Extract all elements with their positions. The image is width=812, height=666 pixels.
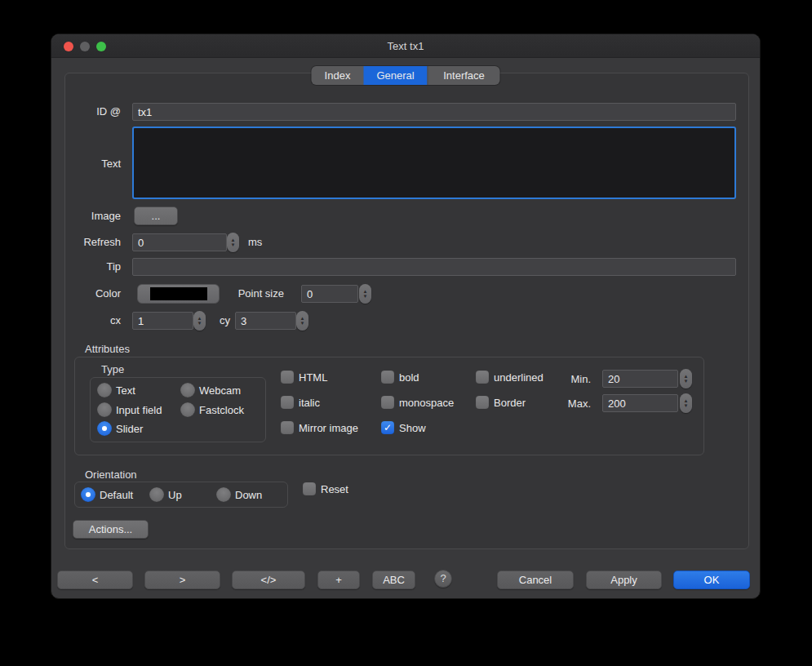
checkbox-icon: ✓ bbox=[303, 482, 316, 495]
code-button[interactable]: </> bbox=[232, 571, 305, 589]
checkbox-checked-icon: ✓ bbox=[381, 421, 394, 434]
image-browse-button[interactable]: ... bbox=[134, 206, 178, 225]
radio-orientation-up[interactable]: Up bbox=[149, 487, 182, 502]
radio-icon bbox=[149, 487, 164, 502]
radio-orientation-down[interactable]: Down bbox=[216, 487, 262, 502]
cancel-button[interactable]: Cancel bbox=[497, 571, 574, 589]
checkbox-icon: ✓ bbox=[476, 371, 489, 384]
text-area[interactable] bbox=[132, 127, 736, 199]
prev-button[interactable]: < bbox=[57, 571, 133, 589]
apply-button[interactable]: Apply bbox=[586, 571, 662, 589]
point-size-label: Point size bbox=[225, 285, 284, 303]
actions-button[interactable]: Actions... bbox=[73, 520, 149, 539]
radio-icon bbox=[180, 402, 195, 417]
cx-label: cx bbox=[51, 312, 121, 330]
radio-icon bbox=[97, 383, 112, 397]
attributes-group-label: Attributes bbox=[85, 343, 130, 355]
refresh-input[interactable] bbox=[132, 233, 227, 251]
stepper-down-icon: ▼ bbox=[684, 379, 689, 384]
color-picker-button[interactable] bbox=[137, 284, 220, 304]
checkbox-icon: ✓ bbox=[381, 371, 394, 384]
stepper-down-icon: ▼ bbox=[231, 242, 236, 247]
stepper-down-icon: ▼ bbox=[363, 294, 368, 299]
tip-input[interactable] bbox=[132, 258, 736, 276]
image-label: Image bbox=[51, 206, 121, 225]
tab-interface[interactable]: Interface bbox=[428, 66, 500, 85]
radio-icon bbox=[180, 383, 195, 397]
min-stepper[interactable]: ▲ ▼ bbox=[680, 369, 692, 388]
stepper-down-icon: ▼ bbox=[300, 321, 305, 326]
stepper-down-icon: ▼ bbox=[197, 321, 202, 326]
dialog-window: Text tx1 Index General Interface ID @ Te… bbox=[51, 33, 761, 599]
id-label: ID @ bbox=[51, 103, 121, 121]
checkbox-italic[interactable]: ✓ italic bbox=[281, 396, 320, 409]
orientation-group-label: Orientation bbox=[85, 468, 137, 481]
radio-icon bbox=[97, 402, 112, 417]
radio-selected-icon bbox=[97, 421, 112, 436]
radio-type-webcam[interactable]: Webcam bbox=[180, 383, 241, 397]
cy-input[interactable] bbox=[235, 312, 296, 330]
radio-icon bbox=[216, 487, 231, 502]
checkbox-show[interactable]: ✓ Show bbox=[381, 421, 426, 434]
tab-general[interactable]: General bbox=[364, 66, 428, 85]
refresh-stepper[interactable]: ▲ ▼ bbox=[227, 233, 239, 252]
type-group-label: Type bbox=[101, 363, 124, 375]
max-input[interactable] bbox=[602, 394, 678, 412]
checkbox-bold[interactable]: ✓ bold bbox=[381, 371, 419, 384]
checkbox-mirror-image[interactable]: ✓ Mirror image bbox=[281, 421, 358, 434]
checkbox-icon: ✓ bbox=[381, 396, 394, 409]
radio-type-slider[interactable]: Slider bbox=[97, 421, 143, 436]
checkbox-border[interactable]: ✓ Border bbox=[476, 396, 526, 409]
radio-type-text[interactable]: Text bbox=[97, 383, 135, 397]
radio-orientation-default[interactable]: Default bbox=[81, 487, 133, 502]
checkbox-reset[interactable]: ✓ Reset bbox=[303, 482, 348, 495]
abc-button[interactable]: ABC bbox=[372, 571, 415, 589]
checkbox-monospace[interactable]: ✓ monospace bbox=[381, 396, 454, 409]
stepper-down-icon: ▼ bbox=[684, 403, 689, 408]
cy-label: cy bbox=[206, 312, 230, 330]
max-label: Max. bbox=[542, 395, 591, 413]
min-input[interactable] bbox=[602, 370, 678, 388]
checkbox-icon: ✓ bbox=[476, 396, 489, 409]
checkbox-html[interactable]: ✓ HTML bbox=[281, 371, 327, 384]
title-bar[interactable]: Text tx1 bbox=[51, 34, 760, 58]
help-button[interactable]: ? bbox=[434, 570, 452, 588]
text-label: Text bbox=[51, 155, 121, 173]
window-title: Text tx1 bbox=[51, 34, 760, 58]
checkbox-icon: ✓ bbox=[281, 371, 294, 384]
max-stepper[interactable]: ▲ ▼ bbox=[680, 393, 692, 413]
checkbox-underlined[interactable]: ✓ underlined bbox=[476, 371, 544, 384]
ok-button[interactable]: OK bbox=[673, 571, 750, 589]
checkbox-icon: ✓ bbox=[281, 396, 294, 409]
cy-stepper[interactable]: ▲ ▼ bbox=[296, 311, 308, 331]
radio-type-input-field[interactable]: Input field bbox=[97, 402, 162, 417]
tab-index[interactable]: Index bbox=[312, 66, 364, 85]
color-label: Color bbox=[51, 285, 121, 303]
refresh-label: Refresh bbox=[51, 233, 121, 251]
add-button[interactable]: + bbox=[317, 571, 360, 589]
tab-bar: Index General Interface bbox=[312, 66, 500, 85]
cx-stepper[interactable]: ▲ ▼ bbox=[193, 311, 206, 331]
radio-selected-icon bbox=[81, 487, 95, 502]
color-swatch bbox=[150, 287, 207, 300]
refresh-unit: ms bbox=[248, 233, 262, 251]
radio-type-fastclock[interactable]: Fastclock bbox=[180, 402, 244, 417]
id-input[interactable] bbox=[132, 103, 736, 121]
cx-input[interactable] bbox=[132, 312, 193, 330]
tip-label: Tip bbox=[51, 258, 121, 276]
next-button[interactable]: > bbox=[144, 571, 220, 589]
point-size-input[interactable] bbox=[301, 285, 358, 303]
checkbox-icon: ✓ bbox=[281, 421, 294, 434]
min-label: Min. bbox=[542, 371, 591, 388]
point-size-stepper[interactable]: ▲ ▼ bbox=[359, 284, 371, 304]
